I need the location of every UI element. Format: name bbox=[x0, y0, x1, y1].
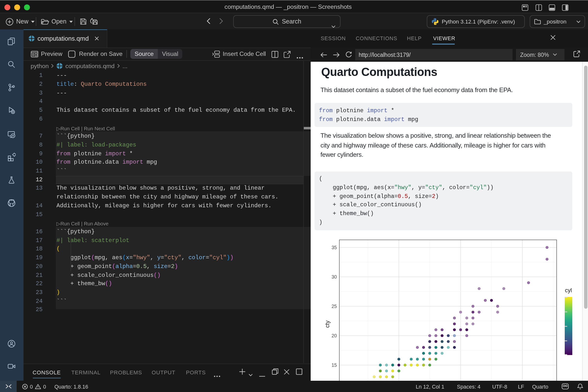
svg-text:35: 35 bbox=[332, 244, 337, 250]
svg-text:15: 15 bbox=[332, 362, 337, 368]
svg-text:cyl: cyl bbox=[565, 287, 572, 293]
svg-text:20: 20 bbox=[332, 333, 337, 338]
svg-text:25: 25 bbox=[332, 303, 337, 309]
svg-text:cty: cty bbox=[324, 320, 330, 328]
svg-text:30: 30 bbox=[332, 274, 337, 279]
